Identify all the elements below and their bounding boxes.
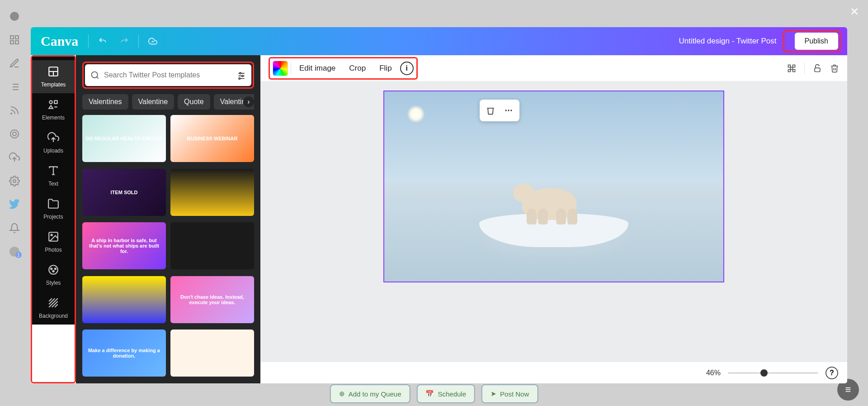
side-tab-uploads[interactable]: Uploads: [32, 126, 75, 159]
side-tab-templates[interactable]: Templates: [32, 60, 75, 93]
twitter-icon[interactable]: [9, 199, 20, 210]
svg-point-12: [10, 130, 19, 138]
side-tab-text[interactable]: Text: [32, 159, 75, 192]
edit-image-button[interactable]: Edit image: [294, 60, 341, 76]
redo-button[interactable]: [117, 33, 132, 49]
side-tab-photos[interactable]: Photos: [32, 225, 75, 258]
schedule-button[interactable]: 📅Schedule: [416, 384, 475, 403]
svg-point-28: [55, 268, 56, 269]
template-card[interactable]: Don't chase ideas. Instead, execute your…: [170, 276, 254, 323]
suggestion-chip[interactable]: Valentines: [82, 94, 128, 110]
template-search-input[interactable]: [104, 71, 232, 79]
template-card-text: BUSINESS WEBINAR: [187, 136, 238, 141]
svg-line-32: [49, 298, 52, 301]
info-icon[interactable]: i: [400, 62, 414, 75]
avatar-icon[interactable]: [9, 246, 20, 257]
chip-scroll-right[interactable]: ›: [243, 96, 254, 107]
document-title[interactable]: Untitled design - Twitter Post: [679, 37, 776, 46]
calendar-icon: 📅: [425, 390, 434, 398]
templates-icon: [47, 66, 59, 79]
color-picker-button[interactable]: [273, 61, 288, 76]
side-tab-label: Elements: [42, 115, 65, 121]
suggestion-chip[interactable]: Quote: [178, 94, 210, 110]
zoom-slider[interactable]: [728, 372, 818, 374]
delete-icon[interactable]: [830, 64, 839, 73]
template-card[interactable]: ITEM SOLD: [82, 169, 166, 216]
target-icon[interactable]: [9, 129, 20, 139]
grid-icon[interactable]: [9, 34, 20, 45]
side-tab-projects[interactable]: Projects: [32, 192, 75, 225]
template-card-text: Don't chase ideas. Instead, execute your…: [173, 294, 251, 305]
cloud-upload-icon[interactable]: [9, 152, 20, 163]
publish-button[interactable]: Publish: [795, 33, 838, 50]
template-card[interactable]: [82, 276, 166, 323]
flip-button[interactable]: Flip: [374, 60, 397, 76]
svg-rect-2: [15, 36, 19, 39]
background-icon: [47, 297, 59, 310]
template-card-text: Make a difference by making a donation.: [85, 348, 163, 358]
template-card[interactable]: BUSINESS WEBINAR: [170, 115, 254, 162]
more-element-button[interactable]: [500, 102, 517, 119]
suggestion-chip[interactable]: Valentine: [132, 94, 175, 110]
delete-element-button[interactable]: [482, 102, 499, 119]
text-icon: [47, 165, 59, 178]
send-icon: ➤: [491, 390, 496, 398]
help-button[interactable]: ?: [826, 367, 838, 379]
template-card[interactable]: Make a difference by making a donation.: [82, 330, 166, 377]
svg-point-19: [49, 100, 52, 104]
cloud-sync-icon[interactable]: [145, 33, 160, 49]
template-card[interactable]: [170, 222, 254, 269]
svg-rect-4: [15, 41, 19, 44]
divider: [804, 62, 805, 75]
settings-icon[interactable]: [9, 176, 20, 186]
svg-point-11: [11, 113, 12, 114]
side-tab-label: Background: [39, 313, 68, 319]
template-card[interactable]: A ship in harbor is safe, but that's not…: [82, 222, 166, 269]
svg-rect-48: [815, 68, 820, 72]
svg-point-51: [510, 110, 512, 111]
filter-icon[interactable]: [237, 71, 246, 80]
side-tab-label: Projects: [43, 214, 63, 220]
undo-button[interactable]: [95, 33, 110, 49]
svg-line-33: [52, 301, 58, 307]
svg-rect-1: [10, 36, 14, 39]
svg-point-13: [13, 132, 16, 136]
zoom-thumb[interactable]: [760, 369, 768, 377]
add-to-queue-button[interactable]: ⊕Add to my Queue: [330, 384, 410, 403]
divider: [138, 35, 139, 48]
crop-button[interactable]: Crop: [344, 60, 371, 76]
side-tab-background[interactable]: Background: [32, 291, 75, 325]
svg-point-49: [505, 110, 507, 111]
artboard[interactable]: [383, 91, 724, 282]
side-tab-styles[interactable]: Styles: [32, 258, 75, 291]
template-card[interactable]: [170, 169, 254, 216]
zoom-value: 46%: [706, 369, 721, 377]
rss-icon[interactable]: [9, 105, 20, 116]
template-card[interactable]: DO REGULAR HEALTH CHECKS: [82, 115, 166, 162]
side-tab-elements[interactable]: Elements: [32, 93, 75, 126]
template-card[interactable]: [170, 330, 254, 377]
canva-logo[interactable]: Canva: [37, 33, 82, 49]
unlock-icon[interactable]: [813, 64, 822, 73]
divider: [88, 35, 89, 48]
compose-icon[interactable]: [9, 58, 20, 69]
photos-icon: [47, 231, 59, 244]
transparency-icon[interactable]: [787, 64, 796, 73]
svg-line-34: [55, 304, 58, 307]
svg-point-38: [240, 72, 241, 74]
side-tabs: TemplatesElementsUploadsTextProjectsPhot…: [32, 57, 75, 325]
close-modal-button[interactable]: ✕: [850, 5, 859, 18]
svg-rect-3: [10, 41, 14, 44]
post-now-button[interactable]: ➤Post Now: [481, 384, 538, 403]
template-grid: DO REGULAR HEALTH CHECKSBUSINESS WEBINAR…: [82, 115, 254, 383]
bell-icon[interactable]: [9, 223, 20, 234]
selected-image[interactable]: [384, 91, 723, 282]
svg-point-15: [9, 247, 19, 257]
list-icon[interactable]: [9, 81, 20, 92]
svg-point-27: [51, 268, 52, 269]
host-logo-icon: [9, 11, 20, 22]
side-tab-label: Photos: [45, 247, 61, 253]
canvas-stage[interactable]: [260, 81, 847, 362]
elements-icon: [47, 99, 59, 112]
svg-rect-47: [793, 69, 795, 72]
